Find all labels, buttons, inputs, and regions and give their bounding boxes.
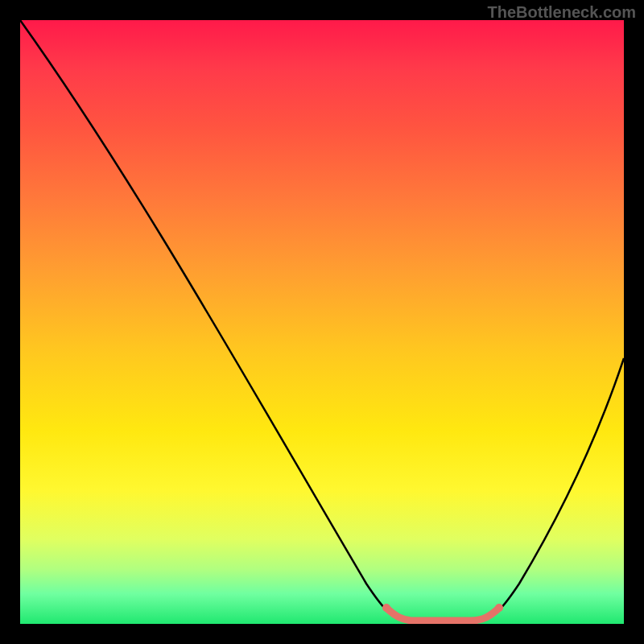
curve-svg [20,20,624,624]
valley-marker [386,608,499,621]
valley-right-dot [495,604,503,612]
plot-area [20,20,624,624]
bottleneck-curve [20,20,624,621]
watermark-text: TheBottleneck.com [488,3,636,22]
valley-left-dot [382,604,390,612]
